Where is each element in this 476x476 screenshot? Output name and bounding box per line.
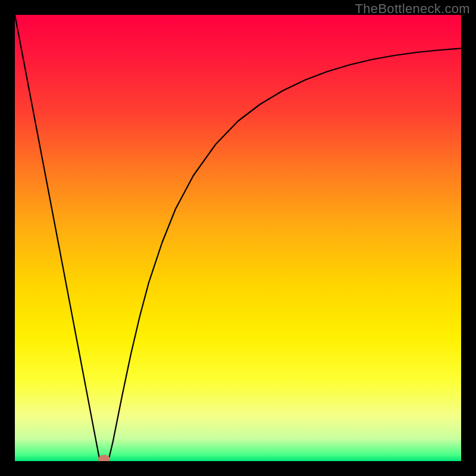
plot-area [15,15,461,461]
watermark-text: TheBottleneck.com [355,1,470,17]
chart-container: TheBottleneck.com [0,0,476,476]
bottleneck-gradient-bg [15,15,461,461]
chart-svg [15,15,461,461]
